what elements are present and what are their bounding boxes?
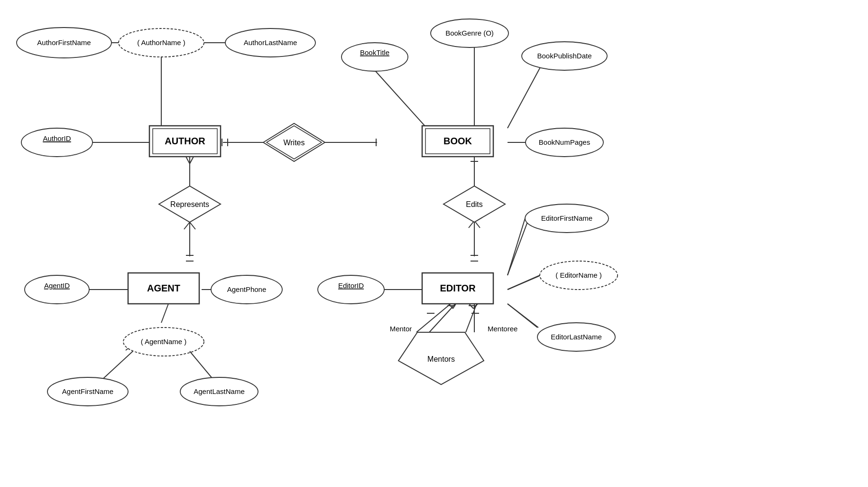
book-publishdate-label: BookPublishDate xyxy=(537,52,591,60)
author-lastname-label: AuthorLastName xyxy=(244,38,297,47)
svg-line-9 xyxy=(375,70,427,128)
svg-line-11 xyxy=(508,66,541,128)
writes-label: Writes xyxy=(283,139,305,147)
represents-label: Represents xyxy=(170,200,209,208)
agent-entity-label: AGENT xyxy=(147,283,180,293)
editor-firstname-label: EditorFirstName xyxy=(541,214,592,222)
agent-name-label: ( AgentName ) xyxy=(141,337,187,346)
book-title-label: BookTitle xyxy=(360,48,389,56)
author-id-attr xyxy=(21,128,92,157)
svg-line-28 xyxy=(190,222,195,229)
agent-firstname-label: AgentFirstName xyxy=(62,387,113,395)
svg-line-50 xyxy=(102,351,133,380)
editor-name-label: ( EditorName ) xyxy=(555,271,602,279)
svg-line-54 xyxy=(508,304,537,328)
author-firstname-label: AuthorFirstName xyxy=(37,38,91,47)
editor-lastname-label: EditorLastName xyxy=(551,333,602,341)
editor-id-attr xyxy=(318,275,384,304)
agent-id-label: AgentID xyxy=(44,281,70,290)
svg-line-23 xyxy=(190,157,194,164)
author-entity-label: AUTHOR xyxy=(165,136,205,146)
svg-line-46 xyxy=(466,304,477,332)
agent-lastname-label: AgentLastName xyxy=(194,387,245,395)
svg-line-35 xyxy=(508,218,529,275)
mentors-label: Mentors xyxy=(427,355,455,363)
svg-line-31 xyxy=(161,304,168,323)
svg-line-22 xyxy=(186,157,190,164)
book-numpages-label: BookNumPages xyxy=(539,138,590,146)
editor-id-label: EditorID xyxy=(338,281,364,290)
book-genre-label: BookGenre (O) xyxy=(445,29,494,37)
edits-label: Edits xyxy=(466,200,483,208)
editor-entity-label: EDITOR xyxy=(440,283,476,293)
svg-line-27 xyxy=(184,222,190,229)
svg-line-53 xyxy=(508,275,540,290)
svg-line-51 xyxy=(190,351,213,380)
agent-id-attr xyxy=(25,275,89,304)
mentor-label: Mentor xyxy=(390,325,412,333)
agent-phone-label: AgentPhone xyxy=(227,285,267,293)
author-name-label: ( AuthorName ) xyxy=(137,38,185,47)
author-id-label: AuthorID xyxy=(43,134,71,142)
book-title-attr xyxy=(342,43,408,71)
er-diagram: Writes Represents Edits Mentors Mentor M… xyxy=(0,0,868,487)
book-entity-label: BOOK xyxy=(443,136,472,146)
mentoree-label: Mentoree xyxy=(488,325,517,333)
svg-line-52 xyxy=(508,218,525,275)
